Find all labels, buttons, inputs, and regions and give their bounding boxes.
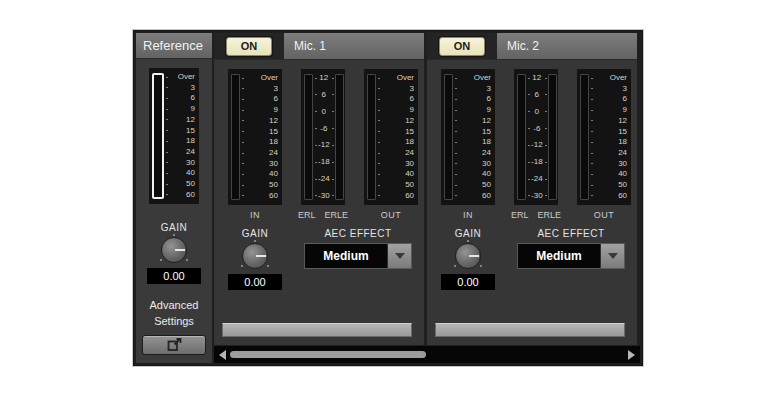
in-meter-bar [231,74,240,200]
meter-scale-row: 3 [589,85,628,93]
out-meter-bar [580,74,589,200]
meter-scale-row: 3 [376,85,415,93]
controls-row: GAIN 0.00 AEC EFFECT Medium [427,228,637,290]
out-caption: OUT [594,210,615,220]
erl-meter-bar [517,74,526,200]
meter-scale-row: 50 [376,181,415,189]
in-level-meter: Over3691215182430405060 [441,69,495,205]
reference-gain-knob[interactable] [159,235,189,265]
meters-row: Over3691215182430405060 IN 1260-6-12-18-… [214,69,424,220]
out-level-meter: Over3691215182430405060 [577,69,631,205]
meter-scale-row: 3 [164,84,196,92]
on-button-zone: ON [214,33,284,59]
meter-scale-row: -6 [526,125,548,133]
knob-icon [161,237,187,263]
aec-effect-dropdown[interactable]: Medium [517,243,625,269]
meter-scale-row: Over [164,73,196,81]
meter-scale-row: Over [589,74,628,82]
channel-gain-value[interactable]: 0.00 [441,274,495,290]
dropdown-button[interactable] [387,244,411,268]
meter-scale-row: 18 [240,138,279,146]
meter-scale-row: 40 [164,169,196,177]
meter-scale-row: 18 [376,138,415,146]
advanced-settings-line1: Advanced [150,297,199,313]
gain-label: GAIN [455,228,481,239]
meter-scale-row: Over [376,74,415,82]
meter-scale-row: 9 [589,106,628,114]
scroll-right-arrow-icon[interactable] [628,350,635,360]
advanced-settings-button[interactable] [142,335,206,355]
meter-scale-row: 0 [313,108,335,116]
meter-scale-row: -30 [526,192,548,200]
meter-scale-row: 60 [453,192,492,200]
meter-scale-row: 30 [453,160,492,168]
meter-scale: Over3691215182430405060 [240,74,279,200]
chevron-down-icon [395,253,405,259]
erle-caption: ERLE [325,210,349,220]
in-meter-bar [444,74,453,200]
meter-scale-row: 9 [376,106,415,114]
on-button-zone: ON [427,33,497,59]
knob-icon [455,243,481,269]
open-external-icon [167,338,182,352]
channel-gain-block: GAIN 0.00 [441,228,495,290]
knob-icon [242,243,268,269]
scroll-left-arrow-icon[interactable] [219,350,226,360]
scrollbar-thumb[interactable] [230,351,426,358]
channel-on-button[interactable]: ON [439,37,485,56]
in-meter-group: Over3691215182430405060 IN [441,69,495,220]
aec-effect-value: Medium [518,244,600,268]
meter-scale-row: 12 [589,117,628,125]
meters-row: Over3691215182430405060 IN 1260-6-12-18-… [427,69,637,220]
channel-gain-value[interactable]: 0.00 [228,274,282,290]
advanced-settings-line2: Settings [150,313,199,329]
channel-gain-knob[interactable] [240,241,270,271]
meter-scale-row: 30 [376,160,415,168]
meter-scale: 1260-6-12-18-24-30 [313,74,335,200]
meter-scale-row: 24 [164,148,196,156]
erl-meter-bar [304,74,313,200]
channel-strip-mic1: ON Mic. 1 Over3691215182430405060 IN 126… [214,33,424,345]
out-meter-group: Over3691215182430405060 OUT [364,69,418,220]
meter-scale-row: 40 [240,170,279,178]
out-meter-group: Over3691215182430405060 OUT [577,69,631,220]
meter-scale-row: 50 [164,180,196,188]
reference-gain-value[interactable]: 0.00 [147,268,201,284]
out-level-meter: Over3691215182430405060 [364,69,418,205]
meter-scale-row: Over [240,74,279,82]
meter-scale-row: 3 [240,85,279,93]
meter-scale-row: 6 [376,95,415,103]
controls-row: GAIN 0.00 AEC EFFECT Medium [214,228,424,290]
meter-scale: Over3691215182430405060 [376,74,415,200]
meter-scale-row: 9 [453,106,492,114]
channels-area: ON Mic. 1 Over3691215182430405060 IN 126… [214,33,640,363]
meter-scale: Over3691215182430405060 [589,74,628,200]
meter-scale-row: 6 [240,95,279,103]
meter-scale-row: 3 [453,85,492,93]
out-caption: OUT [381,210,402,220]
channel-title: Mic. 1 [284,33,424,59]
reference-level-meter: Over3691215182430405060 [149,68,199,204]
meter-scale-row: -18 [313,158,335,166]
meter-scale: Over3691215182430405060 [164,73,196,199]
erl-caption: ERL [298,210,316,220]
dropdown-button[interactable] [600,244,624,268]
meter-scale-row: 30 [164,159,196,167]
aec-effect-label: AEC EFFECT [324,228,391,239]
meter-scale-row: -24 [526,175,548,183]
aec-effect-value: Medium [305,244,387,268]
meter-scale-row: 12 [526,74,548,82]
meter-scale-row: -12 [313,141,335,149]
reference-header: Reference [136,33,212,59]
aec-effect-dropdown[interactable]: Medium [304,243,412,269]
channel-on-button[interactable]: ON [226,37,272,56]
in-caption: IN [463,210,473,220]
meter-scale-row: 12 [240,117,279,125]
meter-scale-row: 30 [589,160,628,168]
meter-scale-row: 40 [589,170,628,178]
meter-scale-row: 6 [313,91,335,99]
horizontal-scrollbar[interactable] [214,346,640,363]
channel-gain-knob[interactable] [453,241,483,271]
meter-scale-row: 9 [240,106,279,114]
erl-erle-meter: 1260-6-12-18-24-30 [301,69,345,205]
